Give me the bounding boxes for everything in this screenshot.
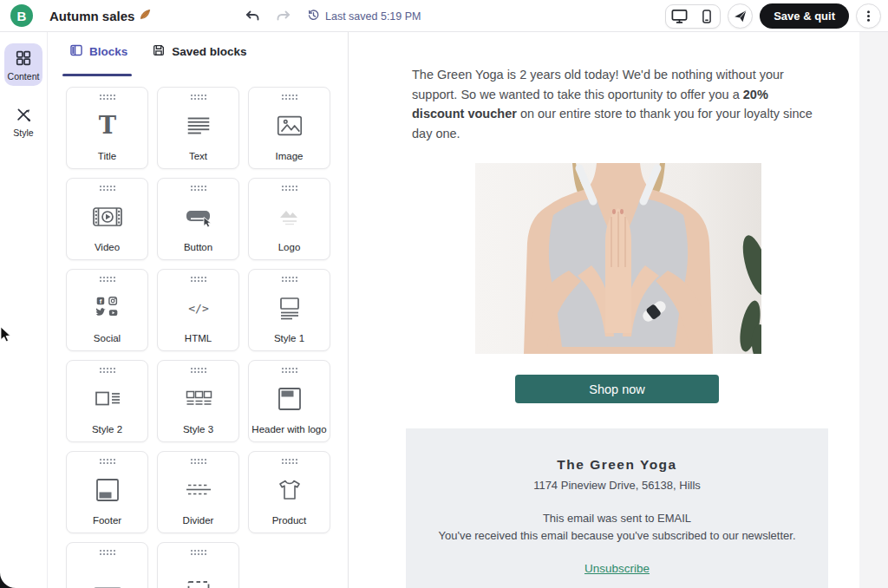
tab-blocks-label: Blocks bbox=[89, 45, 127, 58]
campaign-title-text: Autumn sales bbox=[49, 9, 134, 23]
undo-icon bbox=[244, 8, 261, 25]
title-block-card[interactable]: T Title bbox=[66, 87, 148, 169]
block-label: Product bbox=[272, 515, 307, 526]
tab-blocks[interactable]: Blocks bbox=[69, 43, 127, 60]
tab-saved-blocks[interactable]: Saved blocks bbox=[152, 43, 246, 60]
drag-handle-dots[interactable] bbox=[99, 367, 115, 373]
drag-handle-dots[interactable] bbox=[190, 367, 206, 373]
divider-block-card[interactable]: Divider bbox=[157, 451, 239, 533]
drag-handle-dots[interactable] bbox=[281, 94, 297, 100]
more-options-button[interactable] bbox=[856, 3, 881, 29]
mobile-preview-button[interactable] bbox=[693, 5, 720, 28]
footer-block-card[interactable]: Footer bbox=[66, 451, 148, 533]
redo-button[interactable] bbox=[274, 7, 293, 26]
send-test-button[interactable] bbox=[728, 3, 753, 29]
blocks-panel: Blocks Saved blocks T Title Text Image V… bbox=[48, 32, 349, 588]
drag-handle-dots[interactable] bbox=[190, 276, 206, 282]
drag-handle-dots[interactable] bbox=[190, 185, 206, 191]
email-footer-block[interactable]: The Green Yoga 1174 Pineview Drive, 5613… bbox=[406, 428, 828, 588]
image-icon bbox=[275, 100, 304, 151]
tab-saved-blocks-label: Saved blocks bbox=[172, 45, 246, 58]
footer-company-name: The Green Yoga bbox=[415, 457, 819, 473]
block-label: Style 1 bbox=[274, 333, 304, 343]
style-tools-icon bbox=[15, 111, 32, 126]
drag-handle-dots[interactable] bbox=[190, 94, 206, 100]
divider-icon bbox=[183, 464, 214, 515]
logo-block-card[interactable]: Logo bbox=[248, 178, 330, 260]
drag-handle-dots[interactable] bbox=[281, 185, 297, 191]
block-label: Style 2 bbox=[92, 424, 122, 434]
footer-reason: You've received this email because you'v… bbox=[415, 529, 819, 542]
left-rail: Content Style bbox=[0, 32, 48, 588]
drag-handle-dots[interactable] bbox=[190, 458, 206, 464]
campaign-title[interactable]: Autumn sales bbox=[49, 8, 152, 23]
autumn-leaf-icon bbox=[139, 8, 152, 23]
drag-handle-dots[interactable] bbox=[99, 276, 115, 282]
undo-button[interactable] bbox=[243, 7, 262, 26]
mouse-cursor bbox=[0, 327, 12, 346]
desktop-icon bbox=[670, 7, 689, 25]
footer-sent-to: This email was sent to EMAIL bbox=[415, 512, 819, 525]
drag-handle-dots[interactable] bbox=[99, 458, 115, 464]
logo-icon bbox=[274, 191, 305, 242]
drag-handle-dots[interactable] bbox=[99, 185, 115, 191]
style-2-block-card[interactable]: Style 2 bbox=[66, 360, 148, 442]
block-label: Footer bbox=[93, 515, 121, 526]
block-label: Video bbox=[95, 242, 120, 252]
style-1-block-card[interactable]: Style 1 bbox=[248, 269, 330, 351]
intro-text-block[interactable]: The Green Yoga is 2 years old today! We'… bbox=[412, 65, 823, 143]
block-label: Style 3 bbox=[183, 424, 213, 434]
desktop-preview-button[interactable] bbox=[666, 5, 693, 28]
kebab-menu-icon bbox=[862, 10, 875, 23]
placeholder-block-card[interactable] bbox=[157, 542, 239, 588]
shop-now-button[interactable]: Shop now bbox=[515, 375, 719, 403]
device-preview-toggle bbox=[665, 4, 721, 29]
menu-block-card[interactable] bbox=[66, 542, 148, 588]
topbar: B Autumn sales Last saved 5:19 PM Save &… bbox=[0, 0, 888, 32]
topbar-actions: Save & quit bbox=[665, 3, 881, 29]
mobile-icon bbox=[699, 9, 715, 24]
brevo-logo-letter: B bbox=[17, 9, 27, 23]
social-block-card[interactable]: f Social bbox=[66, 269, 148, 351]
text-block-card[interactable]: Text bbox=[157, 87, 239, 169]
html-icon: </> bbox=[183, 282, 214, 333]
header-with-logo-block-card[interactable]: Header with logo bbox=[248, 360, 330, 442]
blocks-tab-icon bbox=[69, 43, 83, 60]
social-icon: f bbox=[93, 282, 122, 333]
block-label: Title bbox=[98, 151, 116, 161]
block-label: Text bbox=[189, 151, 207, 161]
save-quit-button[interactable]: Save & quit bbox=[760, 3, 849, 29]
drag-handle-dots[interactable] bbox=[99, 549, 115, 555]
last-saved-text: Last saved 5:19 PM bbox=[325, 10, 421, 23]
active-tab-underline bbox=[62, 74, 132, 76]
blocks-grid: T Title Text Image Video Button Logo f S… bbox=[66, 87, 330, 588]
content-grid-icon bbox=[15, 55, 32, 69]
html-block-card[interactable]: </> HTML bbox=[157, 269, 239, 351]
rail-item-style[interactable]: Style bbox=[4, 100, 42, 142]
block-label: Divider bbox=[183, 515, 214, 526]
video-block-card[interactable]: Video bbox=[66, 178, 148, 260]
rail-item-content[interactable]: Content bbox=[4, 43, 42, 86]
svg-text:T: T bbox=[98, 111, 116, 139]
product-block-card[interactable]: Product bbox=[248, 451, 330, 533]
style-3-block-card[interactable]: Style 3 bbox=[157, 360, 239, 442]
drag-handle-dots[interactable] bbox=[190, 549, 206, 555]
yoga-image[interactable] bbox=[475, 163, 761, 354]
image-block-card[interactable]: Image bbox=[248, 87, 330, 169]
block-label: HTML bbox=[185, 333, 212, 343]
drag-handle-dots[interactable] bbox=[281, 458, 297, 464]
drag-handle-dots[interactable] bbox=[281, 367, 297, 373]
header-with-logo-icon bbox=[274, 373, 305, 424]
saved-blocks-icon bbox=[152, 43, 166, 60]
product-icon bbox=[274, 464, 305, 515]
style-1-icon bbox=[274, 282, 305, 333]
drag-handle-dots[interactable] bbox=[99, 94, 115, 100]
block-label: Header with logo bbox=[251, 424, 326, 434]
email-content-column: The Green Yoga is 2 years old today! We'… bbox=[406, 32, 828, 588]
block-label: Image bbox=[276, 151, 304, 161]
button-block-card[interactable]: Button bbox=[157, 178, 239, 260]
unsubscribe-link[interactable]: Unsubscribe bbox=[584, 562, 650, 575]
drag-handle-dots[interactable] bbox=[281, 276, 297, 282]
style-2-icon bbox=[92, 373, 123, 424]
button-icon bbox=[183, 191, 214, 242]
